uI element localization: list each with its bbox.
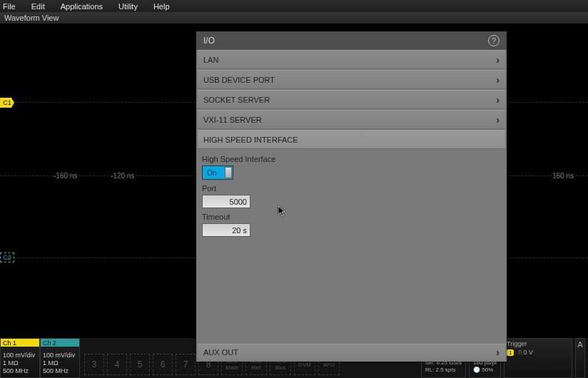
slot-3[interactable]: 3	[84, 354, 104, 375]
waveform-view-title: Waveform View	[0, 12, 588, 24]
io-panel-header: I/O ?	[196, 31, 507, 50]
timeout-input[interactable]: 20 s	[202, 223, 250, 237]
nav-hs-label: HIGH SPEED INTERFACE	[203, 136, 298, 144]
nav-usb-label: USB DEVICE PORT	[203, 76, 275, 84]
time-label: -120 ns	[111, 172, 134, 180]
help-icon[interactable]: ?	[488, 35, 500, 46]
channel1-marker[interactable]: C1	[0, 98, 14, 108]
status-rl: RL: 2.5 kpts	[425, 367, 462, 374]
timeout-label: Timeout	[202, 213, 501, 221]
acq-box[interactable]: A	[575, 338, 585, 378]
slot-6[interactable]: 6	[153, 354, 173, 375]
toggle-on-text: On	[207, 169, 216, 177]
chevron-right-icon: ›	[496, 347, 500, 358]
channel2-badge[interactable]: Ch 2 100 mV/div 1 MΩ 500 MHz	[40, 338, 80, 378]
time-label: -160 ns	[54, 172, 77, 180]
toggle-knob	[225, 167, 232, 178]
nav-lan[interactable]: LAN ›	[198, 50, 505, 69]
channel2-marker[interactable]: C2	[0, 252, 14, 262]
slot-7[interactable]: 7	[176, 354, 196, 375]
aux-out-label: AUX OUT	[203, 348, 238, 357]
chevron-right-icon: ›	[496, 114, 500, 126]
io-panel-body: High Speed Interface On Port 5000 Timeou…	[196, 150, 507, 344]
nav-usb-device-port[interactable]: USB DEVICE PORT ›	[198, 70, 505, 89]
menu-utility[interactable]: Utility	[118, 2, 138, 11]
nav-vxi11-server[interactable]: VXI-11 SERVER ›	[198, 110, 505, 129]
chevron-right-icon: ›	[496, 94, 500, 106]
io-panel-title: I/O	[203, 36, 215, 46]
nav-socket-server[interactable]: SOCKET SERVER ›	[198, 90, 505, 109]
nav-high-speed-interface[interactable]: HIGH SPEED INTERFACE	[198, 130, 505, 149]
trigger-title: Trigger	[507, 340, 569, 347]
nav-socket-label: SOCKET SERVER	[203, 96, 270, 104]
slot-5[interactable]: 5	[130, 354, 150, 375]
time-label: 160 ns	[552, 172, 574, 180]
status-pc: 50%	[482, 367, 493, 373]
ch2-tab: Ch 2	[41, 339, 79, 347]
ch1-bw: 500 MHz	[3, 367, 37, 375]
menu-edit[interactable]: Edit	[31, 2, 45, 11]
trigger-level: 0 V	[523, 349, 533, 356]
slot-4[interactable]: 4	[107, 354, 127, 375]
channel1-badge[interactable]: Ch 1 100 mV/div 1 MΩ 500 MHz	[0, 338, 40, 378]
io-panel: I/O ? LAN › USB DEVICE PORT › SOCKET SER…	[196, 31, 507, 362]
port-label: Port	[202, 184, 501, 193]
ch2-bw: 500 MHz	[43, 367, 77, 375]
hs-interface-label: High Speed Interface	[202, 155, 501, 163]
nav-lan-label: LAN	[203, 56, 218, 64]
ch2-vdiv: 100 mV/div	[43, 352, 77, 359]
chevron-right-icon: ›	[496, 74, 500, 86]
menu-applications[interactable]: Applications	[61, 2, 103, 11]
waveform-area[interactable]: C1 C2 -160 ns -120 ns 160 ns I/O ? LAN ›…	[0, 24, 588, 338]
chevron-right-icon: ›	[496, 54, 500, 66]
menu-help[interactable]: Help	[153, 2, 170, 11]
ch1-tab: Ch 1	[1, 339, 39, 347]
nav-aux-out[interactable]: AUX OUT ›	[198, 344, 505, 360]
nav-vxi-label: VXI-11 SERVER	[203, 116, 262, 124]
hs-interface-toggle[interactable]: On	[202, 165, 233, 180]
mouse-cursor-icon	[278, 206, 285, 216]
ch1-imp: 1 MΩ	[3, 359, 37, 367]
ch1-vdiv: 100 mV/div	[3, 352, 37, 359]
ch2-imp: 1 MΩ	[43, 359, 77, 367]
menu-bar: File Edit Applications Utility Help	[0, 0, 588, 12]
menu-file[interactable]: File	[3, 2, 16, 11]
trigger-box[interactable]: Trigger 1 ⎍ 0 V	[504, 338, 572, 378]
rising-edge-icon: ⎍	[518, 349, 522, 356]
port-input[interactable]: 5000	[202, 195, 250, 208]
trigger-channel-badge: 1	[507, 349, 514, 356]
